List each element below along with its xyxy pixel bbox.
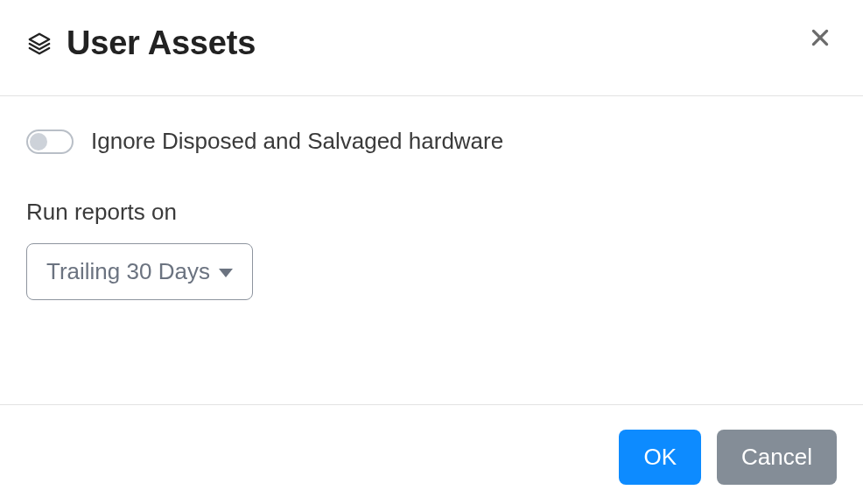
cancel-button[interactable]: Cancel [717, 430, 837, 485]
ignore-hardware-toggle[interactable] [26, 130, 74, 154]
page-title: User Assets [67, 24, 256, 62]
date-range-select[interactable]: Trailing 30 Days [26, 243, 253, 300]
ok-button[interactable]: OK [619, 430, 701, 485]
user-assets-modal: User Assets Ignore Disposed and Salvaged… [0, 0, 863, 504]
modal-header: User Assets [0, 0, 863, 96]
modal-footer: OK Cancel [0, 404, 863, 504]
date-range-selected-value: Trailing 30 Days [46, 258, 210, 285]
ignore-hardware-row: Ignore Disposed and Salvaged hardware [26, 128, 837, 155]
modal-body: Ignore Disposed and Salvaged hardware Ru… [0, 96, 863, 404]
title-wrap: User Assets [26, 24, 256, 62]
close-button[interactable] [803, 21, 837, 57]
toggle-knob [30, 133, 47, 150]
close-icon [809, 26, 831, 52]
layers-icon [26, 31, 53, 57]
ignore-hardware-label: Ignore Disposed and Salvaged hardware [91, 128, 503, 155]
run-reports-label: Run reports on [26, 199, 837, 226]
caret-down-icon [219, 267, 233, 277]
svg-marker-3 [219, 269, 233, 277]
svg-marker-0 [30, 33, 50, 45]
